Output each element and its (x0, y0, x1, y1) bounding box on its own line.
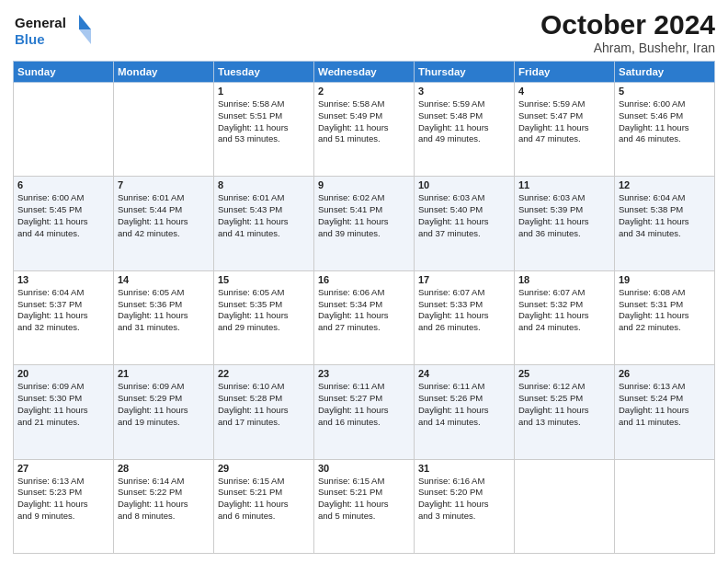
cell-info-line: Sunrise: 6:15 AM (318, 476, 410, 488)
header-cell-saturday: Saturday (615, 62, 715, 83)
calendar-cell: 10Sunrise: 6:03 AMSunset: 5:40 PMDayligh… (415, 177, 515, 270)
logo-svg: General Blue (13, 9, 96, 50)
cell-info-line: and 6 minutes. (218, 511, 310, 523)
header-cell-sunday: Sunday (14, 62, 114, 83)
sub-title: Ahram, Bushehr, Iran (540, 40, 715, 55)
cell-info-line: Sunset: 5:49 PM (318, 110, 410, 122)
cell-info-line: Sunrise: 6:11 AM (318, 381, 410, 393)
week-row-0: 1Sunrise: 5:58 AMSunset: 5:51 PMDaylight… (14, 83, 715, 177)
cell-info-line: and 32 minutes. (17, 322, 109, 334)
calendar-cell: 1Sunrise: 5:58 AMSunset: 5:51 PMDaylight… (214, 83, 314, 177)
cell-info-line: Sunrise: 6:09 AM (118, 381, 210, 393)
header-cell-monday: Monday (114, 62, 214, 83)
cell-info-line: and 16 minutes. (318, 417, 410, 429)
calendar-cell: 3Sunrise: 5:59 AMSunset: 5:48 PMDaylight… (415, 83, 515, 177)
day-number: 9 (318, 179, 410, 190)
cell-info-line: Daylight: 11 hours (218, 310, 310, 322)
cell-info-line: Sunrise: 6:15 AM (218, 476, 310, 488)
calendar-cell: 14Sunrise: 6:05 AMSunset: 5:36 PMDayligh… (114, 270, 214, 364)
cell-info-line: Daylight: 11 hours (318, 310, 410, 322)
calendar-cell: 13Sunrise: 6:04 AMSunset: 5:37 PMDayligh… (14, 270, 114, 364)
cell-info-line: Sunset: 5:45 PM (17, 204, 109, 216)
cell-info-line: Sunset: 5:39 PM (518, 204, 610, 216)
cell-info-line: and 44 minutes. (17, 228, 109, 240)
cell-info-line: Daylight: 11 hours (17, 499, 109, 511)
cell-info-line: and 31 minutes. (118, 322, 210, 334)
day-number: 12 (619, 179, 711, 190)
calendar-cell (114, 83, 214, 177)
page: General Blue October 2024 Ahram, Bushehr… (0, 0, 728, 563)
svg-marker-3 (79, 29, 91, 44)
cell-info-line: Sunrise: 6:00 AM (619, 98, 711, 110)
cell-info-line: Daylight: 11 hours (118, 216, 210, 228)
cell-info-line: Daylight: 11 hours (619, 122, 711, 134)
cell-info-line: Sunset: 5:43 PM (218, 204, 310, 216)
cell-info-line: Sunrise: 6:08 AM (619, 287, 711, 299)
cell-info-line: and 17 minutes. (218, 417, 310, 429)
calendar-cell: 30Sunrise: 6:15 AMSunset: 5:21 PMDayligh… (314, 459, 415, 553)
calendar-cell: 7Sunrise: 6:01 AMSunset: 5:44 PMDaylight… (114, 177, 214, 270)
cell-info-line: Sunrise: 6:04 AM (17, 287, 109, 299)
cell-info-line: Daylight: 11 hours (518, 310, 610, 322)
cell-info-line: Sunrise: 6:03 AM (418, 192, 510, 204)
cell-info-line: Daylight: 11 hours (418, 216, 510, 228)
cell-info-line: Sunrise: 6:03 AM (518, 192, 610, 204)
cell-info-line: Sunset: 5:46 PM (619, 110, 711, 122)
day-number: 14 (118, 274, 210, 285)
calendar-cell: 17Sunrise: 6:07 AMSunset: 5:33 PMDayligh… (415, 270, 515, 364)
cell-info-line: and 11 minutes. (619, 417, 711, 429)
cell-info-line: Daylight: 11 hours (17, 405, 109, 417)
cell-info-line: Daylight: 11 hours (118, 405, 210, 417)
cell-info-line: Sunset: 5:27 PM (318, 393, 410, 405)
calendar-cell: 8Sunrise: 6:01 AMSunset: 5:43 PMDaylight… (214, 177, 314, 270)
calendar-cell: 18Sunrise: 6:07 AMSunset: 5:32 PMDayligh… (515, 270, 615, 364)
cell-info-line: Sunrise: 6:01 AM (218, 192, 310, 204)
cell-info-line: and 13 minutes. (518, 417, 610, 429)
day-number: 31 (418, 463, 510, 474)
day-number: 22 (218, 368, 310, 379)
cell-info-line: Daylight: 11 hours (318, 122, 410, 134)
week-row-2: 13Sunrise: 6:04 AMSunset: 5:37 PMDayligh… (14, 270, 715, 364)
cell-info-line: and 46 minutes. (619, 133, 711, 145)
cell-info-line: and 47 minutes. (518, 133, 610, 145)
day-number: 2 (318, 86, 410, 97)
cell-info-line: Daylight: 11 hours (218, 405, 310, 417)
cell-info-line: Sunset: 5:22 PM (118, 487, 210, 499)
day-number: 19 (619, 274, 711, 285)
cell-info-line: Sunrise: 6:07 AM (518, 287, 610, 299)
cell-info-line: Sunrise: 6:13 AM (619, 381, 711, 393)
cell-info-line: and 39 minutes. (318, 228, 410, 240)
cell-info-line: Sunset: 5:44 PM (118, 204, 210, 216)
day-number: 3 (418, 86, 510, 97)
day-number: 8 (218, 179, 310, 190)
calendar-cell: 16Sunrise: 6:06 AMSunset: 5:34 PMDayligh… (314, 270, 415, 364)
cell-info-line: Sunrise: 6:16 AM (418, 476, 510, 488)
cell-info-line: Sunset: 5:47 PM (518, 110, 610, 122)
cell-info-line: Sunrise: 5:59 AM (418, 98, 510, 110)
cell-info-line: Daylight: 11 hours (218, 216, 310, 228)
svg-text:Blue: Blue (15, 31, 45, 47)
cell-info-line: Sunrise: 6:04 AM (619, 192, 711, 204)
cell-info-line: Daylight: 11 hours (318, 499, 410, 511)
cell-info-line: Sunrise: 6:05 AM (118, 287, 210, 299)
cell-info-line: Sunrise: 6:14 AM (118, 476, 210, 488)
day-number: 13 (17, 274, 109, 285)
title-block: October 2024 Ahram, Bushehr, Iran (540, 9, 715, 55)
calendar-cell: 4Sunrise: 5:59 AMSunset: 5:47 PMDaylight… (515, 83, 615, 177)
calendar-header: SundayMondayTuesdayWednesdayThursdayFrid… (14, 62, 715, 83)
cell-info-line: Sunset: 5:51 PM (218, 110, 310, 122)
cell-info-line: Sunset: 5:20 PM (418, 487, 510, 499)
cell-info-line: and 22 minutes. (619, 322, 711, 334)
cell-info-line: Sunrise: 6:13 AM (17, 476, 109, 488)
header-cell-wednesday: Wednesday (314, 62, 415, 83)
cell-info-line: and 41 minutes. (218, 228, 310, 240)
cell-info-line: Daylight: 11 hours (418, 310, 510, 322)
cell-info-line: Sunrise: 6:06 AM (318, 287, 410, 299)
calendar-cell: 9Sunrise: 6:02 AMSunset: 5:41 PMDaylight… (314, 177, 415, 270)
cell-info-line: Sunrise: 5:58 AM (318, 98, 410, 110)
calendar-cell: 23Sunrise: 6:11 AMSunset: 5:27 PMDayligh… (314, 365, 415, 459)
day-number: 25 (518, 368, 610, 379)
cell-info-line: Sunset: 5:41 PM (318, 204, 410, 216)
cell-info-line: and 21 minutes. (17, 417, 109, 429)
calendar-body: 1Sunrise: 5:58 AMSunset: 5:51 PMDaylight… (14, 83, 715, 554)
